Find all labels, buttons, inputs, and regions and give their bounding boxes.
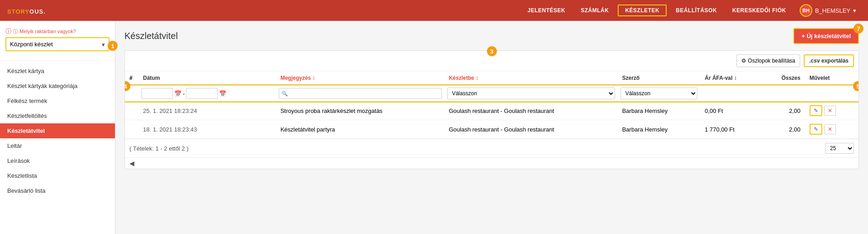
sidebar-item-keszlet-kartya[interactable]: Készlet kártya [0, 63, 115, 78]
user-dropdown-icon: ▾ [853, 7, 856, 14]
nav-item-szamlak[interactable]: SZÁMLÁK [574, 5, 615, 15]
date-filter: 📅 - 📅 [141, 88, 273, 99]
col-header-num: # [125, 71, 138, 85]
annotation-3: 3 [487, 46, 497, 56]
main-header: Készletátvitel + Új készletátvitel 7 [124, 28, 859, 44]
col-header-keszletbe[interactable]: Készletbe ↕ [444, 71, 618, 85]
warehouse-select[interactable]: Központi készlet [6, 38, 109, 50]
cell-megjegyzes-2: Készletátvitel partyra [276, 120, 444, 139]
sidebar: ⓘ ⓘ Melyik raktárban vagyok? Központi ké… [0, 21, 115, 234]
keszletatetel-table: # Dátum Megjegyzés ↕ Készletbe ↕ Szerző … [125, 71, 858, 139]
cell-ar-1: 0,00 Ft [700, 102, 762, 120]
sidebar-item-keszletfeltoltes[interactable]: Készletfeltöltés [0, 108, 115, 123]
sidebar-item-leltar[interactable]: Leltár [0, 138, 115, 153]
filter-num: 4 [125, 85, 138, 102]
table-row: 25. 1. 2021 18:23:24 Stroyous proba rakt… [125, 102, 858, 120]
cell-num [125, 102, 138, 120]
filter-muvelet: 5 [805, 85, 858, 102]
filter-datum: 📅 - 📅 [138, 85, 276, 102]
cell-keszletbe-1: Goulash restaurant - Goulash restaurant [444, 102, 618, 120]
actions-1: ✎ ✕ [810, 105, 854, 116]
keszletbe-select[interactable]: Válasszon [447, 88, 615, 99]
cell-szerzo-1: Barbara Hemsley [618, 102, 701, 120]
cell-osszes-1: 2,00 [763, 102, 805, 120]
filter-szerzo: Válasszon [618, 85, 701, 102]
filter-ar [700, 85, 762, 102]
cell-datum-1: 25. 1. 2021 18:23:24 [138, 102, 276, 120]
col-header-megjegyzes[interactable]: Megjegyzés ↕ [276, 71, 444, 85]
cell-megjegyzes-1: Stroyous proba raktárkészlet mozgatás [276, 102, 444, 120]
new-btn-wrapper: + Új készletátvitel 7 [793, 28, 859, 44]
warehouse-label: ⓘ ⓘ Melyik raktárban vagyok? [5, 27, 110, 35]
col-header-ar[interactable]: Ár ÁFA-val ↕ [700, 71, 762, 85]
filter-megjegyzes: 🔍 [276, 85, 444, 102]
cell-szerzo-2: Barbara Hemsley [618, 120, 701, 139]
megjegyzes-search-input[interactable] [288, 89, 439, 98]
delete-button-1[interactable]: ✕ [824, 106, 836, 116]
cell-keszletbe-2: Goulash restaurant - Goulash restaurant [444, 120, 618, 139]
table-area: 3 ⚙ Oszlopok beállítása .csv exportálás … [124, 50, 859, 169]
main-content: Készletátvitel + Új készletátvitel 7 3 ⚙… [115, 21, 868, 234]
col-header-muvelet: Művelet [805, 71, 858, 85]
page-title: Készletátvitel [124, 31, 178, 41]
page-size-select[interactable]: 25 [825, 143, 854, 154]
pagination-size: 25 [825, 143, 854, 154]
app-layout: ⓘ ⓘ Melyik raktárban vagyok? Központi ké… [0, 21, 868, 234]
table-footer: ( Tételek: 1 - 2 ettől 2 ) 25 [125, 139, 858, 157]
calendar-icon-from[interactable]: 📅 [174, 90, 181, 97]
warehouse-select-wrapper[interactable]: Központi készlet [5, 37, 110, 51]
cell-muvelet-2: ✎ ✕ [805, 120, 858, 139]
sidebar-divider [0, 60, 115, 61]
cell-datum-2: 18. 1. 2021 18:23:43 [138, 120, 276, 139]
warehouse-selector-area: ⓘ ⓘ Melyik raktárban vagyok? Központi ké… [0, 27, 115, 58]
sidebar-item-vasarlo-lista[interactable]: Bevásárló lista [0, 183, 115, 198]
date-separator: - [183, 90, 185, 97]
delete-button-2[interactable]: ✕ [824, 124, 836, 134]
table-toolbar: 3 ⚙ Oszlopok beállítása .csv exportálás [125, 51, 858, 71]
top-nav: STORYOUS. JELENTÉSEK SZÁMLÁK KÉSZLETEK B… [0, 0, 868, 21]
szerzo-select[interactable]: Válasszon [620, 88, 698, 99]
columns-button[interactable]: ⚙ Oszlopok beállítása [736, 54, 800, 67]
edit-button-1[interactable]: ✎ [810, 105, 822, 116]
csv-export-button[interactable]: .csv exportálás [804, 54, 854, 67]
nav-item-keszletek[interactable]: KÉSZLETEK [618, 5, 667, 16]
scroll-row: ◀ [125, 157, 858, 169]
date-to-input[interactable] [186, 88, 218, 99]
logo-text: STORY [7, 8, 29, 15]
user-menu[interactable]: BH B_HEMSLEY ▾ [795, 2, 861, 19]
calendar-icon-to[interactable]: 📅 [219, 90, 226, 97]
col-header-datum: Dátum [138, 71, 276, 85]
date-from-input[interactable] [141, 88, 173, 99]
cell-num-2 [125, 120, 138, 139]
scroll-left-icon[interactable]: ◀ [129, 160, 134, 167]
sidebar-item-keszletlista[interactable]: Készletlista [0, 168, 115, 183]
nav-item-kereskedo[interactable]: KERESKEDŐI FIÓK [726, 5, 792, 15]
filter-row: 4 📅 - 📅 [125, 85, 858, 102]
filter-osszes [763, 85, 805, 102]
table-wrapper: # Dátum Megjegyzés ↕ Készletbe ↕ Szerző … [125, 71, 858, 139]
table-body: 25. 1. 2021 18:23:24 Stroyous proba rakt… [125, 102, 858, 139]
avatar: BH [800, 4, 812, 17]
table-row: 18. 1. 2021 18:23:43 Készletátvitel part… [125, 120, 858, 139]
cell-ar-2: 1 770,00 Ft [700, 120, 762, 139]
cell-osszes-2: 2,00 [763, 120, 805, 139]
sidebar-item-felkesz[interactable]: Félkész termék [0, 93, 115, 108]
filter-keszletbe: Válasszon [444, 85, 618, 102]
logo[interactable]: STORYOUS. [7, 5, 46, 16]
edit-button-2[interactable]: ✎ [810, 124, 822, 135]
sidebar-item-keszletatetel[interactable]: Készletátvitel [0, 123, 115, 138]
sidebar-item-leirasok[interactable]: Leírások [0, 153, 115, 168]
nav-item-beallitasok[interactable]: BEÁLLÍTÁSOK [669, 5, 723, 15]
nav-right: JELENTÉSEK SZÁMLÁK KÉSZLETEK BEÁLLÍTÁSOK… [521, 2, 861, 19]
new-keszletatetel-button[interactable]: + Új készletátvitel [793, 28, 859, 44]
search-icon-megjegyzes: 🔍 [281, 91, 288, 97]
warehouse-label-text: ⓘ Melyik raktárban vagyok? [13, 28, 76, 35]
logo-accent: OUS. [29, 8, 46, 15]
username: B_HEMSLEY [815, 7, 850, 14]
info-icon: ⓘ [5, 27, 11, 35]
nav-item-jelentesek[interactable]: JELENTÉSEK [521, 5, 572, 15]
sidebar-item-keszlet-kartya-kat[interactable]: Készlet kártyák kategóriája [0, 78, 115, 93]
col-header-osszes: Összes [763, 71, 805, 85]
megjegyzes-search-wrapper: 🔍 [279, 88, 442, 99]
cell-muvelet-1: ✎ ✕ [805, 102, 858, 120]
